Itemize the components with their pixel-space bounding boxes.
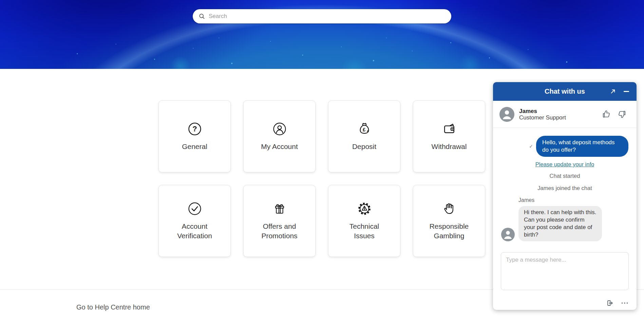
help-category-grid: ? General My Account £ + Deposit [158, 100, 485, 257]
gear-warning-icon [357, 201, 372, 216]
agent-message-row: Hi there. I can help with this. Can you … [501, 206, 628, 241]
category-label: Responsible Gambling [427, 222, 472, 241]
question-circle-icon: ? [187, 121, 202, 136]
system-message: James joined the chat [501, 185, 628, 191]
agent-name: James [519, 108, 566, 114]
check-circle-icon [187, 201, 202, 216]
category-label: General [182, 142, 207, 151]
category-card-technical-issues[interactable]: Technical Issues [328, 185, 400, 257]
category-label: My Account [261, 142, 298, 151]
system-message: Chat started [501, 173, 628, 179]
hero-banner [0, 0, 644, 69]
minimize-icon[interactable] [624, 91, 629, 92]
category-card-general[interactable]: ? General [158, 100, 231, 172]
chat-title: Chat with us [545, 88, 585, 95]
svg-text:£: £ [363, 127, 365, 132]
raised-hand-icon [442, 201, 457, 216]
category-card-my-account[interactable]: My Account [243, 100, 316, 172]
agent-avatar [499, 107, 514, 122]
agent-role: Customer Support [519, 114, 566, 121]
category-card-deposit[interactable]: £ + Deposit [328, 100, 400, 172]
category-label: Withdrawal [432, 142, 467, 151]
category-label: Technical Issues [342, 222, 387, 241]
chat-input-area [493, 252, 637, 310]
money-bag-icon: £ + [357, 121, 372, 136]
agent-message-sender: James [518, 197, 628, 203]
help-centre-home-link[interactable]: Go to Help Centre home [76, 303, 150, 311]
agent-bar: James Customer Support [493, 101, 637, 128]
chat-message-input[interactable] [501, 252, 629, 290]
update-info-link[interactable]: Please update your info [535, 161, 594, 167]
chat-header: Chat with us [493, 82, 637, 101]
person-circle-icon [272, 121, 287, 136]
category-card-withdrawal[interactable]: Withdrawal [413, 100, 485, 172]
chat-message-list: ✓ Hello, what deposit methods do you off… [493, 128, 637, 252]
svg-text:?: ? [192, 125, 197, 133]
search-input[interactable] [209, 9, 451, 23]
wallet-icon [442, 121, 457, 136]
thumbs-down-icon[interactable] [617, 110, 626, 119]
visitor-message-row: ✓ Hello, what deposit methods do you off… [501, 136, 628, 157]
more-options-icon[interactable] [621, 299, 629, 307]
category-label: Deposit [352, 142, 376, 151]
category-card-offers-promotions[interactable]: Offers and Promotions [243, 185, 316, 257]
agent-message-bubble: Hi there. I can help with this. Can you … [518, 206, 602, 241]
gift-icon [272, 201, 287, 216]
category-card-responsible-gambling[interactable]: Responsible Gambling [413, 185, 485, 257]
visitor-message-bubble: Hello, what deposit methods do you offer… [536, 136, 628, 157]
leave-chat-icon[interactable] [606, 299, 614, 307]
delivered-check-icon: ✓ [529, 144, 533, 149]
svg-text:+: + [366, 129, 369, 134]
chat-widget: Chat with us James Customer Support [493, 82, 637, 310]
popout-icon[interactable] [610, 88, 616, 95]
magnifier-icon [198, 13, 205, 20]
category-label: Account Verification [172, 222, 217, 241]
category-card-account-verification[interactable]: Account Verification [158, 185, 231, 257]
category-label: Offers and Promotions [257, 222, 302, 241]
search-bar[interactable] [193, 9, 451, 23]
agent-avatar [501, 228, 515, 241]
thumbs-up-icon[interactable] [602, 110, 611, 119]
